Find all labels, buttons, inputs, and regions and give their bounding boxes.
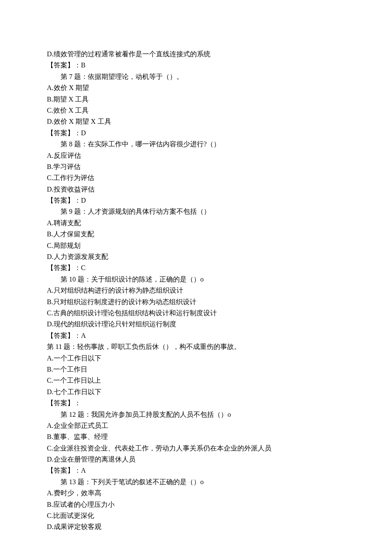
text-line: B.只对组织运行制度进行的设计称为动态组织设计: [47, 296, 345, 308]
text-line: B.学习评估: [47, 161, 345, 172]
text-line: D.人力资源发展支配: [47, 251, 345, 262]
text-line: B.期望 X 工具: [47, 94, 345, 105]
text-line: 【答案】：A: [47, 330, 345, 341]
text-line: A.效价 X 期望: [47, 82, 345, 93]
text-line: C.工作行为评估: [47, 172, 345, 183]
text-line: D.效价 X 期望 X 工具: [47, 116, 345, 127]
text-line: C.企业派往投资企业、代表处工作，劳动力人事关系仍在本企业的外派人员: [47, 443, 345, 454]
text-line: 第 10 题：关于组织设计的陈述，正确的是（）o: [47, 274, 345, 285]
text-line: C.效价 X 工具: [47, 105, 345, 116]
text-line: C.一个工作日以上: [47, 375, 345, 386]
text-line: 第 11 题：轻伤事故，即职工负伤后休（），构不成重伤的事故。: [47, 341, 345, 352]
text-line: 第 12 题：我国允许参加员工持股支配的人员不包括（）o: [47, 409, 345, 420]
text-line: 【答案】：C: [47, 262, 345, 273]
text-line: 【答案】：: [47, 398, 345, 409]
text-line: D.现代的组织设计理论只针对组织运行制度: [47, 319, 345, 330]
document-page: D.绩效管理的过程通常被看作是一个直线连接式的系统【答案】：B第 7 题：依据期…: [0, 0, 392, 555]
text-line: C.局部规划: [47, 240, 345, 251]
text-line: 【答案】：D: [47, 195, 345, 206]
text-line: A.企业全部正式员工: [47, 420, 345, 431]
text-line: A.一个工作日以下: [47, 353, 345, 364]
text-line: 【答案】：D: [47, 128, 345, 139]
text-line: 【答案】：A: [47, 465, 345, 476]
text-line: B.应试者的心理压力小: [47, 499, 345, 510]
text-line: C.比面试更深化: [47, 510, 345, 521]
text-line: A.费时少，效率高: [47, 488, 345, 499]
text-line: 第 9 题：人才资源规划的具体行动方案不包括（）: [47, 206, 345, 217]
text-line: D.投资收益评估: [47, 184, 345, 195]
text-line: 第 8 题：在实际工作中，哪一评估内容很少进行?（）: [47, 139, 345, 150]
text-line: B.一个工作日: [47, 364, 345, 375]
text-line: D.七个工作日以下: [47, 386, 345, 398]
text-line: 【答案】：B: [47, 60, 345, 71]
text-line: B.董事、监事、经理: [47, 431, 345, 442]
text-line: 第 7 题：依据期望理论，动机等于（）。: [47, 71, 345, 82]
text-line: C.古典的组织设计理论包括组织结构设计和运行制度设计: [47, 308, 345, 319]
text-line: D.绩效管理的过程通常被看作是一个直线连接式的系统: [47, 49, 345, 60]
text-line: A.聘请支配: [47, 218, 345, 229]
text-line: D.成果评定较客观: [47, 521, 345, 532]
text-line: D.企业在册管理的离退休人员: [47, 454, 345, 465]
text-line: A.只对组织结构进行的设计称为静态组织设计: [47, 285, 345, 296]
text-line: A.反应评估: [47, 150, 345, 161]
text-line: B.人才保留支配: [47, 229, 345, 240]
text-line: 第 13 题：下列关于笔试的叙述不正确的是（）o: [47, 477, 345, 488]
